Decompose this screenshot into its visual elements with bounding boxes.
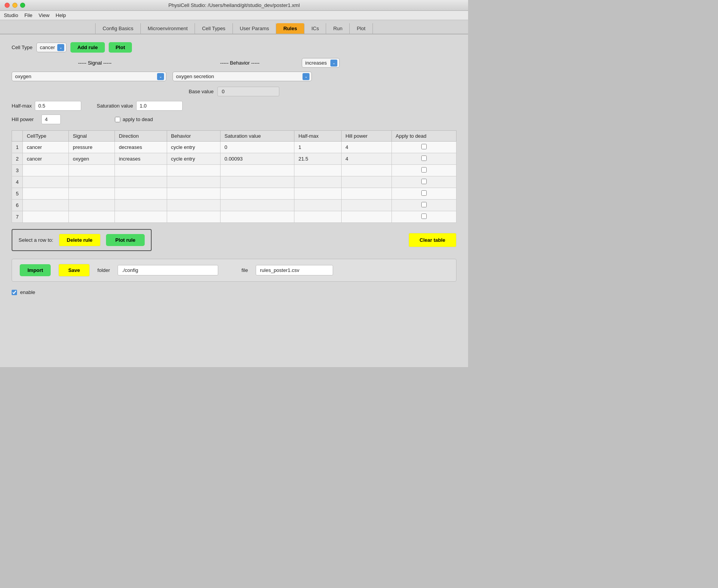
menu-file[interactable]: File: [24, 12, 32, 18]
import-button[interactable]: Import: [20, 264, 51, 276]
cell-behavior: [167, 176, 221, 188]
behavior-header: ----- Behavior -----: [178, 60, 302, 66]
bottom-controls: Select a row to: Delete rule Plot rule C…: [12, 229, 456, 251]
cell-direction: [115, 200, 167, 211]
tab-user-params[interactable]: User Params: [233, 23, 277, 34]
table-row[interactable]: 5: [12, 188, 456, 200]
apply-dead-checkbox[interactable]: [421, 202, 427, 207]
cell-apply-dead[interactable]: [391, 142, 456, 153]
table-row[interactable]: 6: [12, 200, 456, 211]
cell-signal: pressure: [69, 142, 115, 153]
select-row-box: Select a row to: Delete rule Plot rule: [12, 229, 152, 251]
base-value-row: Base value: [12, 87, 456, 96]
apply-to-dead-container: apply to dead: [115, 116, 153, 122]
direction-select[interactable]: increases decreases: [302, 58, 340, 68]
apply-dead-checkbox[interactable]: [421, 190, 427, 196]
base-value-label: Base value: [189, 89, 214, 94]
apply-dead-checkbox[interactable]: [421, 156, 427, 161]
cell-signal: [69, 188, 115, 200]
maximize-button[interactable]: [20, 3, 25, 8]
base-value-input[interactable]: [217, 87, 279, 96]
direction-select-wrapper[interactable]: increases decreases ⌄: [302, 58, 340, 68]
table-row[interactable]: 7: [12, 211, 456, 223]
enable-row: enable: [12, 287, 456, 297]
apply-to-dead-checkbox[interactable]: [115, 117, 120, 122]
cell-hill_power: [341, 211, 391, 223]
row-num: 2: [12, 153, 23, 165]
half-max-input[interactable]: [35, 101, 81, 111]
behavior-select-wrapper[interactable]: oxygen secretion cycle entry ⌄: [173, 72, 312, 81]
cell-cell_type: [23, 188, 69, 200]
save-button[interactable]: Save: [58, 264, 89, 277]
tab-ics[interactable]: ICs: [304, 23, 327, 34]
apply-dead-checkbox[interactable]: [421, 214, 427, 219]
enable-label: enable: [20, 289, 35, 295]
delete-rule-button[interactable]: Delete rule: [59, 234, 101, 246]
apply-to-dead-label: apply to dead: [123, 116, 153, 122]
tab-run[interactable]: Run: [326, 23, 350, 34]
col-saturation: Saturation value: [221, 131, 294, 142]
cell-apply-dead[interactable]: [391, 176, 456, 188]
table-row[interactable]: 4: [12, 176, 456, 188]
import-save-row: Import Save folder file: [12, 259, 456, 282]
apply-dead-checkbox[interactable]: [421, 167, 427, 173]
enable-checkbox[interactable]: [12, 290, 17, 295]
cell-hill_power: [341, 165, 391, 176]
clear-table-button[interactable]: Clear table: [409, 233, 456, 247]
params-row: Half-max Saturation value: [12, 101, 456, 111]
col-num: [12, 131, 23, 142]
minimize-button[interactable]: [12, 3, 17, 8]
cell-half_max: 21.5: [294, 153, 341, 165]
cell-hill_power: [341, 188, 391, 200]
table-row[interactable]: 1cancerpressuredecreasescycle entry014: [12, 142, 456, 153]
plot-button[interactable]: Plot: [109, 42, 132, 53]
signal-select-wrapper[interactable]: oxygen pressure ⌄: [12, 72, 166, 81]
hill-power-input[interactable]: [41, 115, 61, 124]
cell-half_max: [294, 200, 341, 211]
apply-dead-checkbox[interactable]: [421, 179, 427, 184]
rules-table: CellType Signal Direction Behavior Satur…: [12, 130, 456, 223]
cell-half_max: [294, 165, 341, 176]
table-row[interactable]: 3: [12, 165, 456, 176]
cell-apply-dead[interactable]: [391, 211, 456, 223]
cell-type-select[interactable]: cancer: [36, 43, 67, 52]
plot-rule-button[interactable]: Plot rule: [106, 234, 145, 246]
saturation-value-input[interactable]: [136, 101, 183, 111]
tab-config-basics[interactable]: Config Basics: [95, 23, 140, 34]
cell-type-select-wrapper[interactable]: cancer ⌄: [36, 43, 67, 52]
close-button[interactable]: [5, 3, 10, 8]
cell-apply-dead[interactable]: [391, 165, 456, 176]
cell-saturation: 0.00093: [221, 153, 294, 165]
menu-help[interactable]: Help: [56, 12, 66, 18]
title-bar: PhysiCell Studio: /Users/heiland/git/stu…: [0, 0, 468, 11]
cell-apply-dead[interactable]: [391, 153, 456, 165]
cell-direction: [115, 211, 167, 223]
table-row[interactable]: 2canceroxygenincreasescycle entry0.00093…: [12, 153, 456, 165]
signal-select[interactable]: oxygen pressure: [12, 72, 166, 81]
cell-behavior: [167, 200, 221, 211]
cell-cell_type: [23, 165, 69, 176]
behavior-select[interactable]: oxygen secretion cycle entry: [173, 72, 312, 81]
main-content: Cell Type cancer ⌄ Add rule Plot ----- S…: [0, 34, 468, 367]
cell-direction: [115, 165, 167, 176]
cell-behavior: [167, 188, 221, 200]
tab-cell-types[interactable]: Cell Types: [195, 23, 232, 34]
tab-microenvironment[interactable]: Microenvironment: [141, 23, 195, 34]
cell-direction: increases: [115, 153, 167, 165]
cell-signal: [69, 211, 115, 223]
apply-dead-checkbox[interactable]: [421, 144, 427, 149]
window-controls[interactable]: [5, 3, 25, 8]
cell-apply-dead[interactable]: [391, 200, 456, 211]
tab-rules[interactable]: Rules: [276, 23, 304, 34]
menu-studio[interactable]: Studio: [4, 12, 18, 18]
cell-cell_type: cancer: [23, 153, 69, 165]
saturation-value-label: Saturation value: [97, 103, 133, 109]
file-input[interactable]: [256, 265, 333, 275]
folder-input[interactable]: [118, 265, 218, 275]
add-rule-button[interactable]: Add rule: [70, 42, 105, 53]
hill-row: Hill power apply to dead: [12, 115, 456, 124]
cell-half_max: [294, 188, 341, 200]
menu-view[interactable]: View: [39, 12, 50, 18]
cell-apply-dead[interactable]: [391, 188, 456, 200]
tab-plot[interactable]: Plot: [350, 23, 373, 34]
